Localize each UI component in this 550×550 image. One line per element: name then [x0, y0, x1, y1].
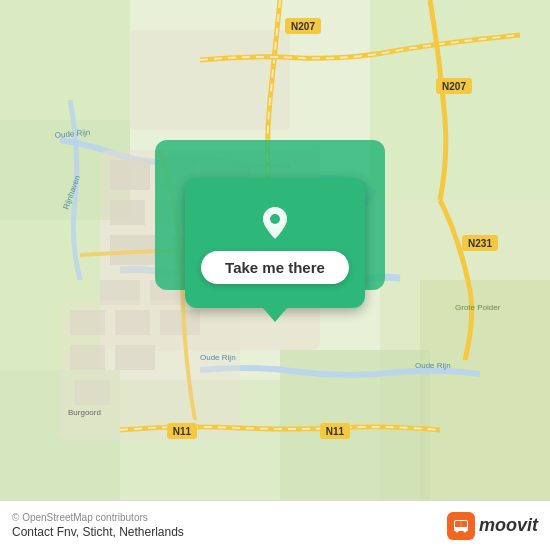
svg-text:Oude Rijn: Oude Rijn [415, 361, 451, 370]
bubble-pointer [263, 308, 287, 322]
svg-rect-26 [70, 345, 105, 370]
svg-rect-23 [70, 310, 105, 335]
take-me-there-button[interactable]: Take me there [201, 251, 349, 284]
svg-rect-29 [130, 30, 290, 130]
take-me-there-overlay: Take me there [185, 178, 365, 322]
footer-copyright: © OpenStreetMap contributors [12, 512, 184, 523]
svg-text:N11: N11 [326, 426, 345, 437]
svg-text:Grote Polder: Grote Polder [455, 303, 501, 312]
svg-rect-7 [420, 280, 550, 500]
footer-title: Contact Fnv, Sticht, Netherlands [12, 525, 184, 539]
svg-point-49 [270, 214, 280, 224]
svg-text:N231: N231 [468, 238, 492, 249]
svg-rect-28 [75, 380, 110, 405]
svg-rect-54 [454, 529, 468, 531]
svg-rect-1 [0, 0, 130, 120]
moovit-bus-icon [447, 512, 475, 540]
bus-icon-svg [452, 517, 470, 535]
map-container: N207 N207 N231 N11 N11 Oude Rijn Oude Ri… [0, 0, 550, 500]
moovit-logo: moovit [447, 512, 538, 540]
svg-rect-15 [110, 200, 145, 225]
moovit-text: moovit [479, 515, 538, 536]
svg-rect-27 [115, 345, 155, 370]
svg-rect-24 [115, 310, 150, 335]
svg-text:Oude Rijn: Oude Rijn [200, 353, 236, 362]
svg-text:N207: N207 [442, 81, 466, 92]
svg-rect-12 [110, 160, 150, 190]
location-bubble: Take me there [185, 178, 365, 308]
location-pin-icon [255, 203, 295, 243]
svg-text:N207: N207 [291, 21, 315, 32]
svg-text:Burgoord: Burgoord [68, 408, 101, 417]
svg-text:N11: N11 [173, 426, 192, 437]
footer-bar: © OpenStreetMap contributors Contact Fnv… [0, 500, 550, 550]
svg-rect-5 [370, 0, 550, 200]
footer-info: © OpenStreetMap contributors Contact Fnv… [12, 512, 184, 539]
